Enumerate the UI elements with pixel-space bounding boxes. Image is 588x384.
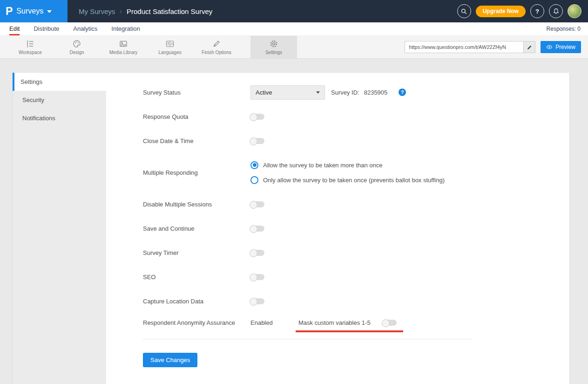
mask-custom-variables-toggle[interactable] (383, 320, 397, 326)
toolbar-item-label: Languages (158, 50, 182, 55)
content-area: Settings Security Notifications Survey S… (0, 59, 588, 384)
survey-url-input[interactable] (405, 41, 523, 53)
page-title: Product Satisfaction Survey (127, 7, 212, 15)
save-and-continue-label: Save and Continue (143, 225, 250, 232)
row-disable-multiple-sessions: Disable Multiple Sessions (143, 192, 472, 216)
survey-status-select[interactable]: Active (250, 85, 325, 100)
toolbar-item-label: Settings (265, 50, 282, 55)
settings-sidebar: Settings Security Notifications (13, 73, 106, 384)
product-name: Surveys (16, 7, 43, 15)
survey-timer-toggle[interactable] (250, 250, 264, 256)
radio-option-once-only[interactable]: Only allow the survey to be taken once (… (250, 176, 445, 184)
search-icon (460, 8, 467, 15)
settings-form: Survey Status Active Survey ID: 8235905 … (106, 73, 569, 384)
toolbar-right: Preview (405, 36, 588, 58)
pencil-icon (527, 44, 533, 50)
survey-timer-label: Survey Timer (143, 249, 250, 256)
respondent-anonymity-label: Respondent Anonymity Assurance (143, 319, 250, 326)
survey-id-label: Survey ID: (331, 89, 359, 96)
preview-button[interactable]: Preview (541, 41, 581, 53)
help-button[interactable]: ? (530, 4, 544, 18)
survey-id-value: 8235905 (364, 89, 388, 96)
multiple-responding-label: Multiple Responding (143, 169, 250, 176)
top-bar: P Surveys My Surveys › Product Satisfact… (0, 0, 588, 22)
toolbar-item-workspace[interactable]: Workspace (7, 36, 54, 58)
design-palette-icon (72, 39, 81, 48)
anonymity-status: Enabled (250, 319, 296, 326)
survey-nav: Edit Distribute Analytics Integration Re… (0, 22, 588, 36)
toolbar-item-label: Finish Options (202, 50, 231, 55)
toolbar-item-design[interactable]: Design (54, 36, 100, 58)
settings-card: Settings Security Notifications Survey S… (13, 73, 569, 384)
save-and-continue-toggle[interactable] (250, 226, 264, 232)
question-mark-icon: ? (535, 8, 539, 15)
top-actions: Upgrade Now ? (457, 4, 588, 18)
sidebar-item-settings[interactable]: Settings (13, 73, 106, 91)
notifications-button[interactable] (549, 4, 563, 18)
toolbar-item-label: Design (69, 50, 84, 55)
languages-icon: A (165, 39, 175, 48)
toolbar-item-label: Media Library (109, 50, 138, 55)
response-quota-toggle[interactable] (250, 114, 264, 120)
row-save: Save Changes (143, 348, 472, 372)
svg-text:A: A (171, 41, 174, 46)
responses-count[interactable]: Responses: 0 (547, 22, 588, 35)
chevron-down-icon (47, 10, 52, 13)
mask-custom-variables-label: Mask custom variables 1-5 (298, 319, 371, 326)
seo-toggle[interactable] (250, 274, 264, 280)
breadcrumb: My Surveys › Product Satisfaction Survey (79, 7, 212, 15)
tab-distribute[interactable]: Distribute (34, 22, 59, 35)
image-icon (119, 39, 128, 48)
survey-id-help-icon[interactable]: ? (399, 89, 406, 96)
capture-location-label: Capture Location Data (143, 298, 250, 305)
sidebar-item-notifications[interactable]: Notifications (13, 109, 106, 127)
toolbar-item-label: Workspace (19, 50, 42, 55)
radio-unselected-icon[interactable] (250, 176, 258, 184)
edit-toolbar: Workspace Design Media Library A Languag… (0, 36, 588, 59)
close-date-label: Close Date & Time (143, 137, 250, 144)
search-button[interactable] (457, 4, 471, 18)
row-respondent-anonymity: Respondent Anonymity Assurance Enabled M… (143, 313, 472, 339)
product-switcher[interactable]: P Surveys (0, 0, 68, 22)
row-survey-status: Survey Status Active Survey ID: 8235905 … (143, 80, 472, 104)
close-date-toggle[interactable] (250, 138, 264, 144)
row-multiple-responding: Multiple Responding Allow the survey to … (143, 153, 472, 192)
sidebar-item-security[interactable]: Security (13, 91, 106, 109)
mask-custom-variables-group: Mask custom variables 1-5 (296, 319, 403, 332)
workspace-icon (26, 39, 35, 48)
chevron-down-icon (316, 91, 320, 94)
avatar[interactable] (568, 4, 581, 18)
tab-edit[interactable]: Edit (9, 22, 20, 35)
tab-integration[interactable]: Integration (111, 22, 140, 35)
row-seo: SEO (143, 265, 472, 289)
seo-label: SEO (143, 274, 250, 281)
row-close-date: Close Date & Time (143, 129, 472, 153)
row-survey-timer: Survey Timer (143, 240, 472, 265)
row-capture-location: Capture Location Data (143, 289, 472, 313)
eye-icon (546, 44, 553, 50)
tab-analytics[interactable]: Analytics (73, 22, 97, 35)
response-quota-label: Response Quota (143, 113, 250, 120)
toolbar-item-settings[interactable]: Settings (250, 36, 297, 58)
questionpro-logo-icon: P (6, 6, 13, 17)
brush-icon (212, 39, 221, 48)
toolbar-item-media-library[interactable]: Media Library (100, 36, 147, 58)
row-response-quota: Response Quota (143, 104, 472, 129)
gear-icon (269, 39, 278, 48)
save-changes-button[interactable]: Save Changes (143, 353, 197, 367)
disable-multiple-sessions-toggle[interactable] (250, 201, 264, 207)
radio-option-multiple-allowed[interactable]: Allow the survey to be taken more than o… (250, 161, 445, 169)
edit-url-button[interactable] (523, 41, 535, 53)
breadcrumb-separator: › (120, 7, 122, 15)
toolbar-item-languages[interactable]: A Languages (147, 36, 193, 58)
bell-icon (553, 8, 560, 15)
toolbar-item-finish-options[interactable]: Finish Options (193, 36, 240, 58)
disable-multiple-sessions-label: Disable Multiple Sessions (143, 201, 250, 208)
row-save-and-continue: Save and Continue (143, 216, 472, 240)
upgrade-now-button[interactable]: Upgrade Now (476, 6, 526, 17)
capture-location-toggle[interactable] (250, 298, 264, 304)
survey-status-label: Survey Status (143, 89, 250, 96)
preview-label: Preview (555, 44, 575, 50)
radio-selected-icon[interactable] (250, 161, 258, 169)
breadcrumb-my-surveys[interactable]: My Surveys (79, 7, 115, 15)
